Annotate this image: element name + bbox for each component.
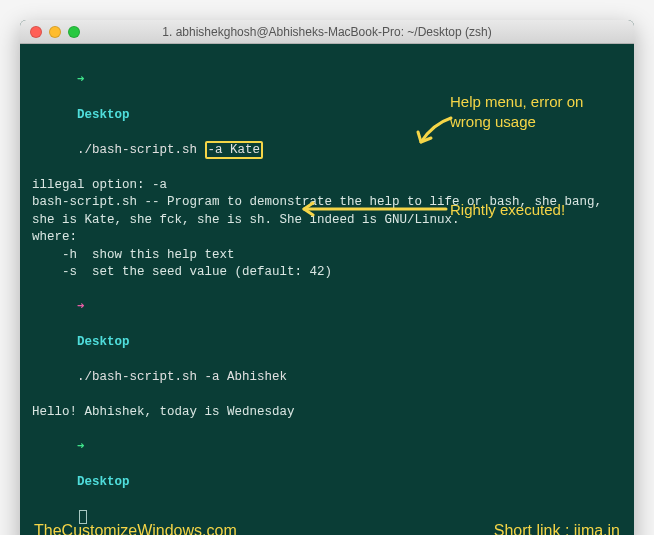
cwd-label: Desktop [77,475,130,489]
annotation-arrow-icon [298,201,448,217]
annotation-arrow-icon [415,114,455,150]
footer: TheCustomizeWindows.com Short link : jim… [20,512,634,535]
command-text: ./bash-script.sh -a Abhishek [77,370,287,384]
close-icon[interactable] [30,26,42,38]
output-line: where: [32,229,622,247]
footer-site: TheCustomizeWindows.com [34,520,237,535]
annotation-rightly-executed: Rightly executed! [450,200,630,220]
terminal-content[interactable]: ➜ Desktop ./bash-script.sh -a Kate illeg… [20,44,634,535]
output-line: illegal option: -a [32,177,622,195]
titlebar: 1. abhishekghosh@Abhisheks-MacBook-Pro: … [20,20,634,44]
minimize-icon[interactable] [49,26,61,38]
footer-shortlink: Short link : jima.in [494,520,620,535]
terminal-window: 1. abhishekghosh@Abhisheks-MacBook-Pro: … [20,20,634,535]
cwd-label: Desktop [77,335,130,349]
maximize-icon[interactable] [68,26,80,38]
output-line: -s set the seed value (default: 42) [32,264,622,282]
window-title: 1. abhishekghosh@Abhisheks-MacBook-Pro: … [20,25,634,39]
command-text: ./bash-script.sh [77,143,205,157]
highlighted-argument: -a Kate [205,141,264,159]
prompt-line-2: ➜ Desktop ./bash-script.sh -a Abhishek [32,282,622,405]
cwd-label: Desktop [77,108,130,122]
prompt-arrow-icon: ➜ [77,300,85,314]
traffic-lights [30,26,80,38]
prompt-arrow-icon: ➜ [77,73,85,87]
prompt-arrow-icon: ➜ [77,440,85,454]
annotation-help-menu: Help menu, error on wrong usage [450,92,620,131]
output-line: -h show this help text [32,247,622,265]
output-line: Hello! Abhishek, today is Wednesday [32,404,622,422]
